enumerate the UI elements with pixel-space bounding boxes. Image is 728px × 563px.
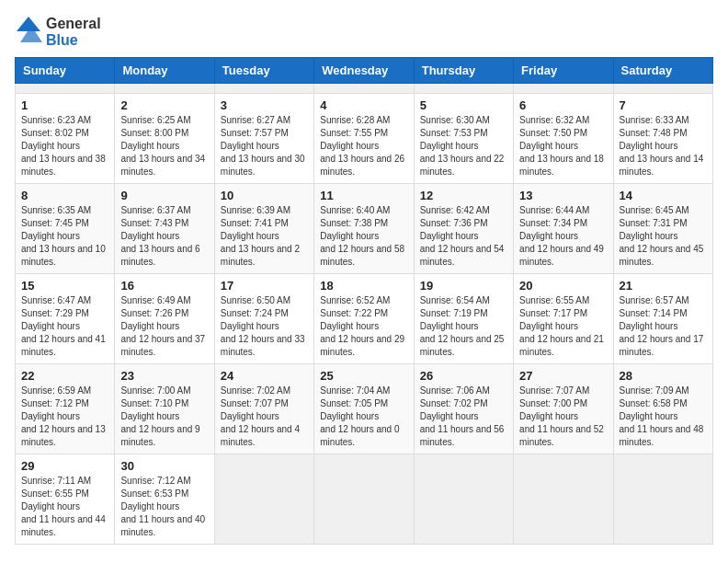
day-info: Sunrise: 7:12 AMSunset: 6:53 PMDaylight … (120, 475, 208, 539)
day-info: Sunrise: 6:52 AMSunset: 7:22 PMDaylight … (320, 294, 407, 359)
calendar-cell: 19Sunrise: 6:54 AMSunset: 7:19 PMDayligh… (414, 274, 513, 364)
calendar-week-2: 8Sunrise: 6:35 AMSunset: 7:45 PMDaylight… (16, 184, 713, 274)
day-number: 11 (320, 189, 407, 202)
day-number: 13 (519, 189, 607, 202)
calendar-week-3: 15Sunrise: 6:47 AMSunset: 7:29 PMDayligh… (16, 274, 713, 364)
day-number: 23 (120, 369, 208, 383)
calendar-cell: 4Sunrise: 6:28 AMSunset: 7:55 PMDaylight… (314, 94, 414, 184)
day-number: 19 (420, 279, 507, 293)
header-monday: Monday (115, 58, 214, 84)
logo-line2: Blue (46, 32, 101, 49)
day-info: Sunrise: 6:59 AMSunset: 7:12 PMDaylight … (21, 385, 108, 449)
day-info: Sunrise: 6:32 AMSunset: 7:50 PMDaylight … (519, 114, 607, 178)
calendar-cell: 30Sunrise: 7:12 AMSunset: 6:53 PMDayligh… (115, 454, 214, 545)
day-info: Sunrise: 6:28 AMSunset: 7:55 PMDaylight … (320, 114, 407, 178)
header-wednesday: Wednesday (314, 58, 414, 84)
page-header: General Blue (15, 15, 713, 50)
calendar-cell (214, 454, 313, 545)
calendar-cell: 23Sunrise: 7:00 AMSunset: 7:10 PMDayligh… (115, 364, 214, 454)
day-info: Sunrise: 6:23 AMSunset: 8:02 PMDaylight … (21, 114, 108, 178)
calendar-cell: 12Sunrise: 6:42 AMSunset: 7:36 PMDayligh… (414, 184, 513, 274)
day-number: 10 (221, 189, 308, 202)
day-number: 27 (519, 369, 607, 383)
calendar-header-row: SundayMondayTuesdayWednesdayThursdayFrid… (16, 58, 713, 84)
calendar-week-0 (16, 84, 713, 94)
day-info: Sunrise: 6:37 AMSunset: 7:43 PMDaylight … (120, 204, 208, 269)
day-info: Sunrise: 6:50 AMSunset: 7:24 PMDaylight … (221, 294, 308, 359)
calendar-cell: 17Sunrise: 6:50 AMSunset: 7:24 PMDayligh… (214, 274, 313, 364)
day-number: 4 (320, 98, 407, 112)
header-tuesday: Tuesday (214, 58, 313, 84)
day-info: Sunrise: 6:55 AMSunset: 7:17 PMDaylight … (519, 294, 607, 359)
day-info: Sunrise: 6:27 AMSunset: 7:57 PMDaylight … (221, 114, 308, 178)
day-info: Sunrise: 6:35 AMSunset: 7:45 PMDaylight … (21, 204, 108, 269)
day-number: 21 (620, 279, 707, 293)
calendar-cell: 28Sunrise: 7:09 AMSunset: 6:58 PMDayligh… (613, 364, 712, 454)
calendar-cell: 3Sunrise: 6:27 AMSunset: 7:57 PMDaylight… (214, 94, 313, 184)
day-info: Sunrise: 6:45 AMSunset: 7:31 PMDaylight … (620, 204, 707, 269)
calendar-week-5: 29Sunrise: 7:11 AMSunset: 6:55 PMDayligh… (16, 454, 713, 545)
day-number: 9 (120, 189, 208, 202)
calendar-cell: 24Sunrise: 7:02 AMSunset: 7:07 PMDayligh… (214, 364, 313, 454)
day-info: Sunrise: 6:47 AMSunset: 7:29 PMDaylight … (21, 294, 108, 359)
header-friday: Friday (514, 58, 613, 84)
day-number: 6 (519, 98, 607, 112)
calendar-week-1: 1Sunrise: 6:23 AMSunset: 8:02 PMDaylight… (16, 94, 713, 184)
calendar-cell (314, 454, 414, 545)
day-number: 7 (620, 98, 707, 112)
calendar-cell: 15Sunrise: 6:47 AMSunset: 7:29 PMDayligh… (16, 274, 115, 364)
day-number: 25 (320, 369, 407, 383)
day-number: 15 (21, 279, 108, 293)
day-number: 12 (420, 189, 507, 202)
logo: General Blue (15, 15, 101, 50)
calendar-week-4: 22Sunrise: 6:59 AMSunset: 7:12 PMDayligh… (16, 364, 713, 454)
day-info: Sunrise: 7:07 AMSunset: 7:00 PMDaylight … (519, 385, 607, 449)
day-number: 14 (620, 189, 707, 202)
day-number: 30 (120, 459, 208, 473)
day-info: Sunrise: 6:30 AMSunset: 7:53 PMDaylight … (420, 114, 507, 178)
day-info: Sunrise: 7:02 AMSunset: 7:07 PMDaylight … (221, 385, 308, 449)
calendar-cell: 5Sunrise: 6:30 AMSunset: 7:53 PMDaylight… (414, 94, 513, 184)
calendar-cell: 2Sunrise: 6:25 AMSunset: 8:00 PMDaylight… (115, 94, 214, 184)
day-number: 17 (221, 279, 308, 293)
day-info: Sunrise: 6:39 AMSunset: 7:41 PMDaylight … (221, 204, 308, 269)
day-info: Sunrise: 6:42 AMSunset: 7:36 PMDaylight … (420, 204, 507, 269)
day-info: Sunrise: 6:33 AMSunset: 7:48 PMDaylight … (620, 114, 707, 178)
day-info: Sunrise: 6:40 AMSunset: 7:38 PMDaylight … (320, 204, 407, 269)
calendar-cell: 6Sunrise: 6:32 AMSunset: 7:50 PMDaylight… (514, 94, 613, 184)
day-info: Sunrise: 6:49 AMSunset: 7:26 PMDaylight … (120, 294, 208, 359)
calendar-cell: 18Sunrise: 6:52 AMSunset: 7:22 PMDayligh… (314, 274, 414, 364)
day-info: Sunrise: 7:06 AMSunset: 7:02 PMDaylight … (420, 385, 507, 449)
calendar-table: SundayMondayTuesdayWednesdayThursdayFrid… (15, 57, 713, 545)
day-number: 5 (420, 98, 507, 112)
calendar-cell: 7Sunrise: 6:33 AMSunset: 7:48 PMDaylight… (613, 94, 712, 184)
header-saturday: Saturday (613, 58, 712, 84)
day-number: 29 (21, 459, 108, 473)
logo-bird-icon (15, 15, 42, 50)
calendar-cell: 8Sunrise: 6:35 AMSunset: 7:45 PMDaylight… (16, 184, 115, 274)
calendar-cell: 22Sunrise: 6:59 AMSunset: 7:12 PMDayligh… (16, 364, 115, 454)
day-number: 22 (21, 369, 108, 383)
day-info: Sunrise: 6:44 AMSunset: 7:34 PMDaylight … (519, 204, 607, 269)
calendar-cell: 21Sunrise: 6:57 AMSunset: 7:14 PMDayligh… (613, 274, 712, 364)
calendar-cell (514, 84, 613, 94)
calendar-cell (214, 84, 313, 94)
calendar-cell: 26Sunrise: 7:06 AMSunset: 7:02 PMDayligh… (414, 364, 513, 454)
logo-line1: General (46, 16, 101, 32)
calendar-cell (514, 454, 613, 545)
day-info: Sunrise: 6:57 AMSunset: 7:14 PMDaylight … (620, 294, 707, 359)
day-number: 8 (21, 189, 108, 202)
day-info: Sunrise: 7:04 AMSunset: 7:05 PMDaylight … (320, 385, 407, 449)
day-number: 16 (120, 279, 208, 293)
calendar-cell: 9Sunrise: 6:37 AMSunset: 7:43 PMDaylight… (115, 184, 214, 274)
day-info: Sunrise: 7:11 AMSunset: 6:55 PMDaylight … (21, 475, 108, 539)
calendar-cell (16, 84, 115, 94)
calendar-cell (414, 454, 513, 545)
calendar-cell (414, 84, 513, 94)
calendar-cell (613, 454, 712, 545)
calendar-cell: 14Sunrise: 6:45 AMSunset: 7:31 PMDayligh… (613, 184, 712, 274)
day-info: Sunrise: 6:54 AMSunset: 7:19 PMDaylight … (420, 294, 507, 359)
calendar-cell: 13Sunrise: 6:44 AMSunset: 7:34 PMDayligh… (514, 184, 613, 274)
day-number: 28 (620, 369, 707, 383)
calendar-cell (115, 84, 214, 94)
